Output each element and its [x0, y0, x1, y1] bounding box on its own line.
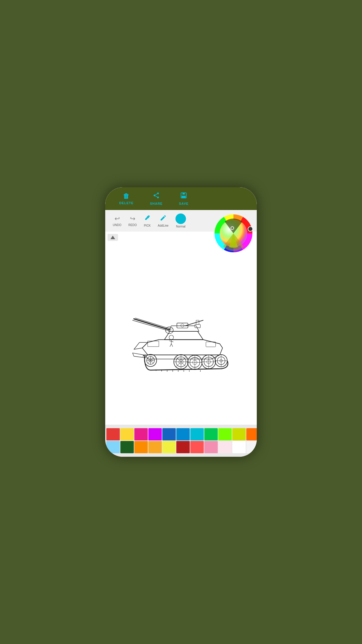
phone-frame: 🗑 DELETE SHARE	[105, 187, 257, 457]
share-icon	[153, 192, 160, 201]
save-label: SAVE	[179, 202, 189, 205]
svg-line-3	[155, 196, 157, 197]
color-swatch[interactable]	[162, 441, 176, 453]
top-toolbar: 🗑 DELETE SHARE	[105, 187, 257, 210]
color-palette-row	[106, 441, 256, 453]
share-label: SHARE	[150, 202, 163, 205]
svg-point-1	[154, 195, 155, 196]
undo-icon: ↩	[115, 215, 120, 223]
eyedropper-icon	[144, 214, 151, 223]
color-swatch[interactable]	[148, 441, 162, 453]
color-swatch[interactable]	[218, 428, 232, 440]
color-swatch[interactable]	[218, 441, 232, 453]
brush-selector[interactable]	[108, 234, 118, 241]
pick-label: PICK	[144, 224, 151, 227]
delete-label: DELETE	[119, 201, 133, 205]
undo-button[interactable]: ↩ UNDO	[109, 214, 125, 228]
color-wheel[interactable]	[213, 213, 254, 254]
color-swatch[interactable]	[204, 428, 218, 440]
normal-label: Normal	[176, 225, 185, 228]
save-button[interactable]: SAVE	[171, 191, 197, 206]
color-swatch[interactable]	[176, 428, 190, 440]
addline-label: AddLine	[158, 224, 168, 227]
color-swatch[interactable]	[176, 441, 190, 453]
tank-drawing	[105, 249, 257, 425]
palette-area	[105, 425, 257, 457]
color-swatch[interactable]	[246, 441, 257, 453]
delete-button[interactable]: 🗑 DELETE	[111, 191, 142, 206]
svg-point-68	[169, 335, 173, 340]
color-swatch[interactable]	[162, 428, 176, 440]
svg-point-20	[181, 324, 184, 327]
tools-row: ↩ UNDO ↪ REDO PICK	[105, 210, 257, 232]
color-swatch[interactable]	[232, 428, 246, 440]
color-swatch[interactable]	[190, 441, 204, 453]
color-swatch[interactable]	[120, 441, 134, 453]
svg-rect-6	[182, 193, 185, 195]
pick-button[interactable]: PICK	[140, 213, 154, 228]
canvas-area[interactable]	[105, 232, 257, 425]
redo-label: REDO	[128, 223, 137, 227]
addline-button[interactable]: AddLine	[154, 213, 172, 228]
svg-point-0	[157, 192, 159, 194]
svg-line-71	[170, 344, 171, 347]
color-palette-row	[106, 428, 256, 440]
redo-icon: ↪	[130, 215, 135, 223]
color-swatch[interactable]	[232, 441, 246, 453]
svg-line-72	[171, 344, 173, 347]
color-swatch[interactable]	[106, 428, 120, 440]
svg-line-22	[133, 320, 169, 331]
svg-point-2	[157, 197, 159, 198]
normal-button[interactable]: Normal	[172, 212, 189, 229]
color-indicator	[175, 214, 186, 224]
trash-icon: 🗑	[123, 192, 130, 200]
palette-rows	[105, 427, 257, 454]
color-swatch[interactable]	[134, 428, 148, 440]
color-swatch[interactable]	[134, 441, 148, 453]
color-swatch[interactable]	[246, 428, 257, 440]
svg-marker-15	[134, 342, 148, 349]
svg-line-23	[135, 318, 171, 329]
svg-point-13	[248, 227, 253, 231]
svg-marker-30	[133, 353, 145, 358]
svg-line-21	[134, 319, 170, 330]
svg-rect-7	[182, 196, 186, 198]
undo-label: UNDO	[113, 223, 121, 227]
redo-button[interactable]: ↪ REDO	[125, 214, 140, 228]
color-wheel-svg	[213, 213, 254, 254]
share-button[interactable]: SHARE	[142, 191, 171, 206]
svg-line-4	[155, 194, 157, 195]
color-swatch[interactable]	[148, 428, 162, 440]
color-swatch[interactable]	[190, 428, 204, 440]
color-swatch[interactable]	[204, 441, 218, 453]
save-icon	[180, 192, 187, 201]
pencil-icon	[160, 214, 167, 223]
color-swatch[interactable]	[106, 441, 120, 453]
color-swatch[interactable]	[120, 428, 134, 440]
svg-rect-26	[195, 324, 201, 328]
tank-svg	[126, 287, 236, 386]
phone-inner: 🗑 DELETE SHARE	[105, 187, 257, 457]
brush-arrow-up[interactable]	[110, 236, 115, 239]
